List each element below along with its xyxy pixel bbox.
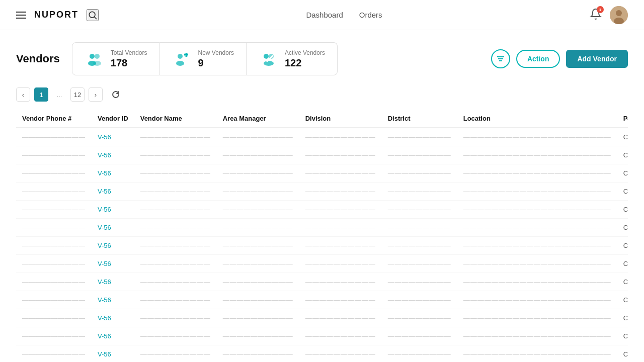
cell-phone: ————————— [16, 219, 92, 237]
header: NUPORT Dashboard Orders 1 [0, 0, 644, 30]
stat-value-new: 9 [198, 57, 234, 69]
cell-vendor-id[interactable]: V-56 [92, 345, 134, 363]
filter-button[interactable] [491, 49, 510, 68]
cell-phone: ————————— [16, 273, 92, 291]
cell-vendor-id[interactable]: V-56 [92, 164, 134, 183]
table-row[interactable]: ————————— V-56 —————————— —————————— ———… [16, 345, 628, 363]
cell-vendor-id[interactable]: V-56 [92, 201, 134, 219]
table-row[interactable]: ————————— V-56 —————————— —————————— ———… [16, 128, 628, 146]
cell-vendor-name: —————————— [134, 146, 217, 164]
notification-button[interactable]: 1 [590, 8, 602, 22]
cell-payment-type: Cash [617, 273, 628, 291]
col-vendor-id: Vendor ID [92, 110, 134, 128]
cell-vendor-id[interactable]: V-56 [92, 255, 134, 273]
cell-location: ————————————————————— [457, 327, 617, 345]
table-row[interactable]: ————————— V-56 —————————— —————————— ———… [16, 309, 628, 327]
next-page-button[interactable]: › [89, 87, 103, 102]
table-header: Vendor Phone # Vendor ID Vendor Name Are… [16, 110, 628, 128]
svg-line-1 [95, 17, 97, 19]
cell-area-manager: —————————— [217, 255, 299, 273]
cell-vendor-id[interactable]: V-56 [92, 273, 134, 291]
cell-area-manager: —————————— [217, 219, 299, 237]
cell-vendor-name: —————————— [134, 255, 217, 273]
total-vendors-icon [85, 49, 105, 69]
cell-payment-type: Cash [617, 345, 628, 363]
table-row[interactable]: ————————— V-56 —————————— —————————— ———… [16, 164, 628, 183]
table-row[interactable]: ————————— V-56 —————————— —————————— ———… [16, 327, 628, 345]
page-1-button[interactable]: 1 [34, 87, 48, 102]
cell-district: ————————— [382, 146, 457, 164]
cell-district: ————————— [382, 237, 457, 255]
table-row[interactable]: ————————— V-56 —————————— —————————— ———… [16, 183, 628, 201]
col-payment-type: Payment Type [617, 110, 628, 128]
cell-location: ————————————————————— [457, 345, 617, 363]
cell-district: ————————— [382, 273, 457, 291]
action-button[interactable]: Action [516, 50, 560, 68]
table-row[interactable]: ————————— V-56 —————————— —————————— ———… [16, 201, 628, 219]
menu-icon[interactable] [16, 12, 26, 19]
pagination: ‹ 1 ... 12 › [16, 87, 628, 102]
cell-payment-type: Cash [617, 201, 628, 219]
stat-info-total: Total Vendors 178 [111, 49, 147, 69]
cell-district: ————————— [382, 219, 457, 237]
stat-value-active: 122 [285, 57, 325, 69]
cell-area-manager: —————————— [217, 146, 299, 164]
cell-payment-type: Cash [617, 309, 628, 327]
cell-payment-type: Cash [617, 237, 628, 255]
svg-point-14 [264, 54, 269, 59]
stat-card-active: Active Vendors 122 [247, 42, 338, 75]
avatar-image [610, 6, 628, 24]
col-area-manager: Area Manager [217, 110, 299, 128]
add-vendor-button[interactable]: Add Vendor [566, 50, 628, 68]
cell-division: —————————— [299, 309, 382, 327]
cell-location: ————————————————————— [457, 183, 617, 201]
cell-area-manager: —————————— [217, 128, 299, 146]
stat-card-total: Total Vendors 178 [72, 42, 160, 75]
cell-area-manager: —————————— [217, 309, 299, 327]
refresh-button[interactable] [109, 87, 123, 102]
new-vendors-icon [172, 49, 192, 69]
cell-vendor-id[interactable]: V-56 [92, 128, 134, 146]
svg-point-10 [176, 61, 184, 66]
nav-dashboard[interactable]: Dashboard [306, 11, 343, 19]
cell-vendor-id[interactable]: V-56 [92, 291, 134, 309]
cell-district: ————————— [382, 345, 457, 363]
col-division: Division [299, 110, 382, 128]
cell-vendor-id[interactable]: V-56 [92, 237, 134, 255]
cell-vendor-id[interactable]: V-56 [92, 183, 134, 201]
search-button[interactable] [87, 9, 99, 21]
table-row[interactable]: ————————— V-56 —————————— —————————— ———… [16, 255, 628, 273]
cell-area-manager: —————————— [217, 237, 299, 255]
page-last-button[interactable]: 12 [70, 87, 85, 102]
table-row[interactable]: ————————— V-56 —————————— —————————— ———… [16, 237, 628, 255]
cell-phone: ————————— [16, 183, 92, 201]
cell-division: —————————— [299, 183, 382, 201]
cell-location: ————————————————————— [457, 273, 617, 291]
nav-orders[interactable]: Orders [359, 11, 382, 19]
cell-division: —————————— [299, 219, 382, 237]
cell-vendor-id[interactable]: V-56 [92, 327, 134, 345]
search-icon [88, 10, 98, 20]
avatar[interactable] [610, 6, 628, 24]
cell-division: —————————— [299, 128, 382, 146]
cell-vendor-id[interactable]: V-56 [92, 146, 134, 164]
stat-cards: Total Vendors 178 New Vendors [72, 42, 338, 75]
cell-district: ————————— [382, 255, 457, 273]
cell-payment-type: Cash [617, 183, 628, 201]
stat-label-total: Total Vendors [111, 49, 147, 56]
cell-vendor-name: —————————— [134, 164, 217, 183]
cell-vendor-name: —————————— [134, 291, 217, 309]
table-row[interactable]: ————————— V-56 —————————— —————————— ———… [16, 273, 628, 291]
cell-division: —————————— [299, 273, 382, 291]
cell-vendor-id[interactable]: V-56 [92, 309, 134, 327]
table-row[interactable]: ————————— V-56 —————————— —————————— ———… [16, 219, 628, 237]
cell-vendor-id[interactable]: V-56 [92, 219, 134, 237]
table-row[interactable]: ————————— V-56 —————————— —————————— ———… [16, 146, 628, 164]
cell-phone: ————————— [16, 345, 92, 363]
col-phone: Vendor Phone # [16, 110, 92, 128]
cell-payment-type: Cash [617, 255, 628, 273]
cell-district: ————————— [382, 183, 457, 201]
table-row[interactable]: ————————— V-56 —————————— —————————— ———… [16, 291, 628, 309]
svg-point-0 [89, 12, 95, 18]
prev-page-button[interactable]: ‹ [16, 87, 30, 102]
